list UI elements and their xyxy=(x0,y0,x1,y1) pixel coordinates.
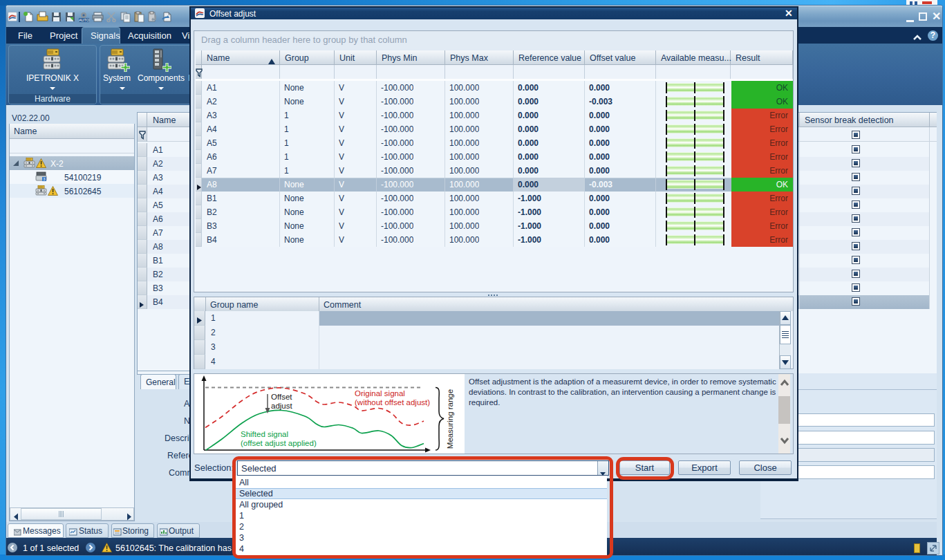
svg-text:Measuring range: Measuring range xyxy=(446,389,454,449)
svg-text:Original signal: Original signal xyxy=(355,389,405,398)
svg-text:(without offset adjust): (without offset adjust) xyxy=(355,398,430,407)
svg-text:adjust: adjust xyxy=(271,402,292,410)
svg-text:Shifted signal: Shifted signal xyxy=(241,430,288,438)
svg-text:Offset: Offset xyxy=(271,393,292,401)
svg-text:(offset adjust applied): (offset adjust applied) xyxy=(241,439,317,447)
svg-text:3: 3 xyxy=(44,177,46,181)
svg-text:AUTO: AUTO xyxy=(79,18,90,22)
